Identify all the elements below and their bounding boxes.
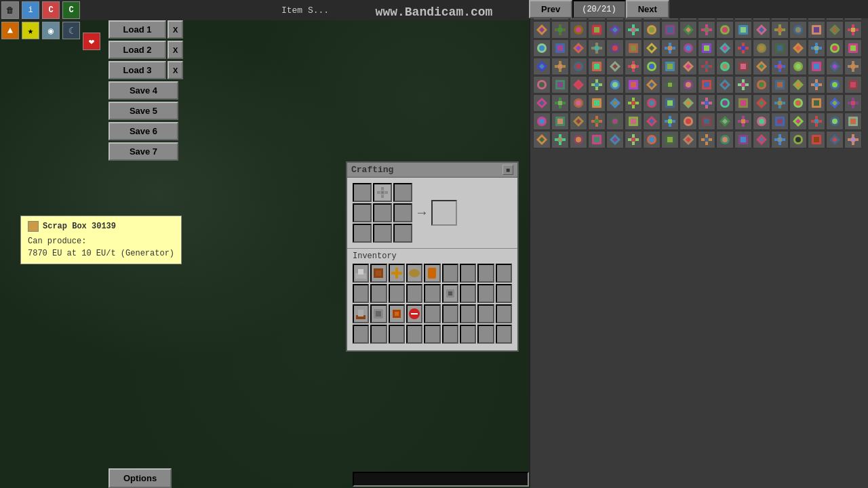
item-slot[interactable] <box>808 21 825 39</box>
item-slot[interactable] <box>753 131 770 148</box>
item-slot[interactable] <box>679 94 697 112</box>
tb2-icon-circle[interactable]: ◉ <box>42 22 60 39</box>
item-slot[interactable] <box>771 76 789 94</box>
item-slot[interactable] <box>844 21 862 39</box>
item-slot[interactable] <box>606 113 624 130</box>
item-slot[interactable] <box>826 39 844 57</box>
item-slot[interactable] <box>734 21 752 39</box>
item-slot[interactable] <box>789 94 807 112</box>
item-slot[interactable] <box>844 113 862 130</box>
item-slot[interactable] <box>826 94 844 112</box>
item-slot[interactable] <box>789 21 807 39</box>
item-slot[interactable] <box>625 113 642 130</box>
craft-output-slot[interactable] <box>431 200 457 226</box>
inv-slot-29[interactable] <box>389 325 405 344</box>
inv-slot-23[interactable] <box>442 304 458 323</box>
item-slot[interactable] <box>606 39 624 57</box>
item-slot[interactable] <box>808 113 825 130</box>
save7-button[interactable]: Save 7 <box>108 142 178 161</box>
item-slot[interactable] <box>734 113 752 130</box>
item-slot[interactable] <box>588 39 606 57</box>
item-slot[interactable] <box>625 76 642 94</box>
item-slot[interactable] <box>588 113 606 130</box>
item-slot[interactable] <box>570 131 587 148</box>
item-slot[interactable] <box>570 39 587 57</box>
item-slot[interactable] <box>734 39 752 57</box>
inv-slot-15[interactable] <box>460 284 476 303</box>
item-slot[interactable] <box>625 58 642 75</box>
toolbar-icon-info[interactable]: i <box>22 1 39 19</box>
item-slot[interactable] <box>716 76 734 94</box>
item-slot[interactable] <box>844 39 862 57</box>
item-slot[interactable] <box>551 39 569 57</box>
item-slot[interactable] <box>588 58 606 75</box>
item-slot[interactable] <box>753 21 770 39</box>
item-slot[interactable] <box>698 39 715 57</box>
tb2-icon-heart[interactable]: ❤ <box>83 33 100 50</box>
item-slot[interactable] <box>789 58 807 75</box>
item-slot[interactable] <box>625 94 642 112</box>
chat-input[interactable] <box>353 472 529 487</box>
item-slot[interactable] <box>533 39 551 57</box>
item-slot[interactable] <box>734 76 752 94</box>
inv-slot-28[interactable] <box>370 325 387 344</box>
item-slot[interactable] <box>844 131 862 148</box>
item-slot[interactable] <box>771 39 789 57</box>
item-slot[interactable] <box>808 39 825 57</box>
item-slot[interactable] <box>570 21 587 39</box>
load2-close[interactable]: X <box>167 41 183 59</box>
item-slot[interactable] <box>551 58 569 75</box>
inv-slot-1[interactable] <box>370 264 387 283</box>
inv-slot-27[interactable] <box>353 325 369 344</box>
load2-button[interactable]: Load 2 <box>108 41 166 59</box>
item-slot[interactable] <box>808 58 825 75</box>
item-slot[interactable] <box>808 131 825 148</box>
item-slot[interactable] <box>716 94 734 112</box>
item-slot[interactable] <box>826 58 844 75</box>
item-slot[interactable] <box>844 58 862 75</box>
inv-slot-6[interactable] <box>460 264 476 283</box>
item-slot[interactable] <box>588 131 606 148</box>
item-slot[interactable] <box>679 76 697 94</box>
craft-slot-1-0[interactable] <box>353 203 372 222</box>
item-slot[interactable] <box>606 21 624 39</box>
craft-slot-0-2[interactable] <box>393 183 412 202</box>
inv-slot-13[interactable] <box>424 284 440 303</box>
item-slot[interactable] <box>844 76 862 94</box>
item-slot[interactable] <box>661 21 679 39</box>
item-slot[interactable] <box>643 21 660 39</box>
item-slot[interactable] <box>643 58 660 75</box>
inv-slot-26[interactable] <box>496 304 512 323</box>
item-slot[interactable] <box>606 76 624 94</box>
item-slot[interactable] <box>570 76 587 94</box>
item-slot[interactable] <box>679 39 697 57</box>
item-slot[interactable] <box>716 113 734 130</box>
craft-slot-2-2[interactable] <box>393 224 412 243</box>
item-slot[interactable] <box>606 131 624 148</box>
tb2-icon-moon[interactable]: ☾ <box>62 22 80 39</box>
item-slot[interactable] <box>551 131 569 148</box>
inv-slot-2[interactable] <box>389 264 405 283</box>
item-slot[interactable] <box>643 113 660 130</box>
item-slot[interactable] <box>698 94 715 112</box>
item-slot[interactable] <box>551 76 569 94</box>
inv-slot-19[interactable] <box>370 304 387 323</box>
inv-slot-5[interactable] <box>442 264 458 283</box>
inv-slot-7[interactable] <box>477 264 494 283</box>
save6-button[interactable]: Save 6 <box>108 122 178 140</box>
item-slot[interactable] <box>753 113 770 130</box>
tb2-icon-arrow[interactable]: ▲ <box>1 22 19 39</box>
load3-button[interactable]: Load 3 <box>108 61 166 79</box>
item-slot[interactable] <box>570 94 587 112</box>
item-slot[interactable] <box>551 113 569 130</box>
item-slot[interactable] <box>551 21 569 39</box>
item-slot[interactable] <box>551 94 569 112</box>
item-slot[interactable] <box>826 76 844 94</box>
inv-slot-4[interactable] <box>424 264 440 283</box>
inv-slot-31[interactable] <box>424 325 440 344</box>
item-slot[interactable] <box>808 76 825 94</box>
toolbar-icon-c2[interactable]: C <box>62 1 80 19</box>
inv-slot-17[interactable] <box>496 284 512 303</box>
crafting-close-button[interactable]: ■ <box>502 165 513 175</box>
item-slot[interactable] <box>679 21 697 39</box>
